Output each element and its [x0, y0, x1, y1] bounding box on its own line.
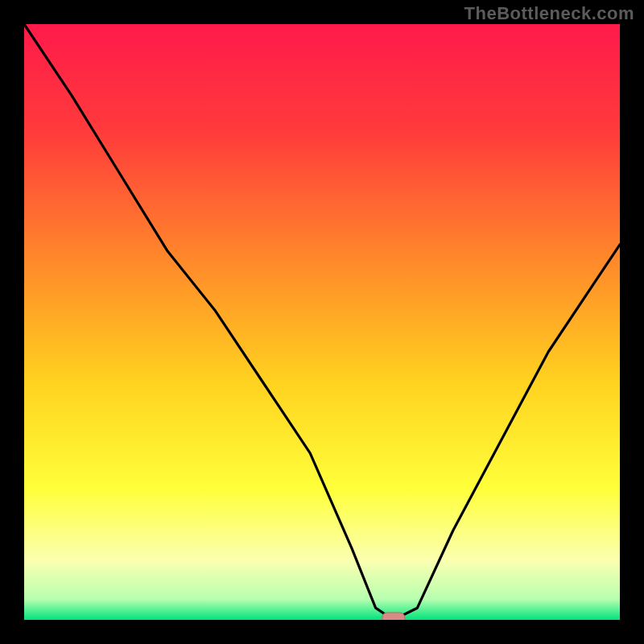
plot-background: [24, 24, 620, 620]
watermark-text: TheBottleneck.com: [464, 3, 634, 24]
chart-frame: TheBottleneck.com: [0, 0, 644, 644]
bottleneck-chart: [0, 0, 644, 644]
